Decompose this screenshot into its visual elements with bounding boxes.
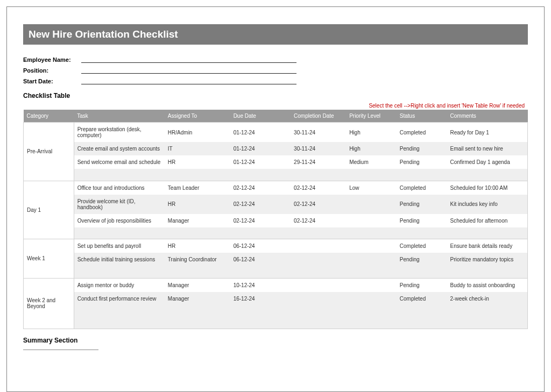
empty-cell[interactable] [74,317,165,329]
empty-cell[interactable] [230,266,291,278]
comments-cell[interactable]: Email sent to new hire [447,142,528,155]
task-cell[interactable]: Send welcome email and schedule [74,155,165,169]
empty-cell[interactable] [74,305,165,317]
category-cell[interactable]: Pre-Arrival [24,123,74,181]
empty-cell[interactable] [165,266,230,278]
assigned-cell[interactable]: HR [165,195,230,214]
due-cell[interactable]: 06-12-24 [230,253,291,266]
empty-cell[interactable] [74,227,165,239]
task-cell[interactable]: Create email and system accounts [74,142,165,155]
table-row[interactable]: Day 1Office tour and introductionsTeam L… [24,181,528,195]
empty-cell[interactable] [230,317,291,329]
category-cell[interactable]: Week 2 and Beyond [24,278,74,329]
assigned-cell[interactable]: Manager [165,292,230,305]
table-row[interactable]: Week 2 and BeyondAssign mentor or buddyM… [24,278,528,292]
empty-cell[interactable] [346,317,397,329]
empty-cell[interactable] [291,266,346,278]
comments-cell[interactable]: Confirmed Day 1 agenda [447,155,528,169]
empty-cell[interactable] [74,169,165,181]
table-row[interactable]: Pre-ArrivalPrepare workstation (desk, co… [24,123,528,142]
comments-cell[interactable]: Prioritize mandatory topics [447,253,528,266]
due-cell[interactable]: 02-12-24 [230,195,291,214]
status-cell[interactable]: Completed [397,239,447,253]
comments-cell[interactable]: Scheduled for 10:00 AM [447,181,528,195]
table-row[interactable] [24,227,528,239]
completion-cell[interactable]: 29-11-24 [291,155,346,169]
empty-cell[interactable] [397,317,447,329]
empty-cell[interactable] [74,266,165,278]
completion-cell[interactable]: 02-12-24 [291,214,346,227]
task-cell[interactable]: Provide welcome kit (ID, handbook) [74,195,165,214]
position-field[interactable] [81,66,296,74]
status-cell[interactable]: Pending [397,195,447,214]
empty-cell[interactable] [397,227,447,239]
table-row[interactable]: Week 1Set up benefits and payrollHR06-12… [24,239,528,253]
table-row[interactable]: Provide welcome kit (ID, handbook)HR02-1… [24,195,528,214]
completion-cell[interactable] [291,253,346,266]
empty-cell[interactable] [165,227,230,239]
assigned-cell[interactable]: Training Coordinator [165,253,230,266]
comments-cell[interactable]: Kit includes key info [447,195,528,214]
empty-cell[interactable] [165,305,230,317]
due-cell[interactable]: 16-12-24 [230,292,291,305]
priority-cell[interactable] [346,278,397,292]
category-cell[interactable]: Day 1 [24,181,74,239]
table-row[interactable]: Send welcome email and scheduleHR01-12-2… [24,155,528,169]
assigned-cell[interactable]: IT [165,142,230,155]
assigned-cell[interactable]: Manager [165,214,230,227]
priority-cell[interactable]: Medium [346,155,397,169]
table-row[interactable] [24,305,528,317]
empty-cell[interactable] [397,266,447,278]
empty-cell[interactable] [397,169,447,181]
comments-cell[interactable]: Scheduled for afternoon [447,214,528,227]
assigned-cell[interactable]: HR [165,239,230,253]
empty-cell[interactable] [346,266,397,278]
table-row[interactable] [24,266,528,278]
completion-cell[interactable] [291,278,346,292]
assigned-cell[interactable]: HR/Admin [165,123,230,142]
assigned-cell[interactable]: HR [165,155,230,169]
priority-cell[interactable] [346,239,397,253]
empty-cell[interactable] [291,227,346,239]
task-cell[interactable]: Set up benefits and payroll [74,239,165,253]
completion-cell[interactable] [291,292,346,305]
due-cell[interactable]: 10-12-24 [230,278,291,292]
comments-cell[interactable]: Ensure bank details ready [447,239,528,253]
comments-cell[interactable]: Ready for Day 1 [447,123,528,142]
empty-cell[interactable] [291,169,346,181]
status-cell[interactable]: Pending [397,155,447,169]
completion-cell[interactable]: 02-12-24 [291,181,346,195]
assigned-cell[interactable]: Team Leader [165,181,230,195]
empty-cell[interactable] [447,266,528,278]
empty-cell[interactable] [397,305,447,317]
table-row[interactable]: Overview of job responsibilitiesManager0… [24,214,528,227]
priority-cell[interactable]: Low [346,181,397,195]
empty-cell[interactable] [346,227,397,239]
status-cell[interactable]: Completed [397,292,447,305]
comments-cell[interactable]: 2-week check-in [447,292,528,305]
empty-cell[interactable] [291,317,346,329]
status-cell[interactable]: Pending [397,214,447,227]
table-row[interactable]: Schedule initial training sessionsTraini… [24,253,528,266]
category-cell[interactable]: Week 1 [24,239,74,279]
task-cell[interactable]: Schedule initial training sessions [74,253,165,266]
empty-cell[interactable] [346,169,397,181]
checklist-table[interactable]: Category Task Assigned To Due Date Compl… [23,110,528,329]
status-cell[interactable]: Pending [397,142,447,155]
task-cell[interactable]: Assign mentor or buddy [74,278,165,292]
priority-cell[interactable] [346,195,397,214]
empty-cell[interactable] [447,305,528,317]
priority-cell[interactable] [346,292,397,305]
table-row[interactable] [24,317,528,329]
priority-cell[interactable] [346,214,397,227]
completion-cell[interactable] [291,239,346,253]
empty-cell[interactable] [230,169,291,181]
completion-cell[interactable]: 30-11-24 [291,142,346,155]
due-cell[interactable]: 01-12-24 [230,142,291,155]
empty-cell[interactable] [447,169,528,181]
completion-cell[interactable]: 02-12-24 [291,195,346,214]
priority-cell[interactable]: High [346,142,397,155]
empty-cell[interactable] [291,305,346,317]
empty-cell[interactable] [230,305,291,317]
empty-cell[interactable] [346,305,397,317]
